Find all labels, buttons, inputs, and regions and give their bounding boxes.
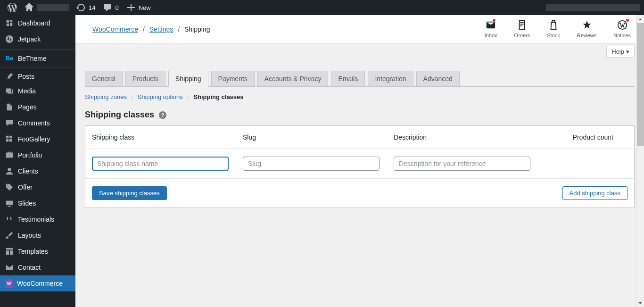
tab-integration[interactable]: Integration <box>368 71 413 86</box>
subnav-zones[interactable]: Shipping zones <box>85 93 127 100</box>
tab-accounts-privacy[interactable]: Accounts & Privacy <box>257 71 329 86</box>
tab-shipping[interactable]: Shipping <box>168 71 208 87</box>
sidebar-item-label: WooCommerce <box>17 280 63 287</box>
media-icon <box>5 86 14 96</box>
tab-payments[interactable]: Payments <box>211 71 255 86</box>
wp-logo[interactable] <box>4 0 21 15</box>
user-menu-redacted[interactable] <box>546 4 640 11</box>
wc-header: WooCommerce / Settings / Shipping Inbox … <box>75 15 644 43</box>
tab-advanced[interactable]: Advanced <box>416 71 460 86</box>
header-orders[interactable]: Orders <box>514 20 530 38</box>
svg-rect-7 <box>8 206 11 207</box>
sidebar-item-jetpack[interactable]: Jetpack <box>0 31 75 47</box>
sidebar-item-testimonials[interactable]: Testimonials <box>0 211 75 227</box>
header-stock[interactable]: Stock <box>547 20 560 38</box>
svg-rect-1 <box>6 136 8 138</box>
header-reviews[interactable]: Reviews <box>577 20 597 38</box>
sidebar-item-contact[interactable]: Contact <box>0 259 75 275</box>
subnav-classes: Shipping classes <box>193 93 243 100</box>
sidebar-item-betheme[interactable]: BeBeTheme <box>0 49 75 65</box>
sidebar-item-dashboard[interactable]: Dashboard <box>0 15 75 31</box>
sidebar-item-slides[interactable]: Slides <box>0 195 75 211</box>
sidebar-item-foogallery[interactable]: FooGallery <box>0 131 75 147</box>
help-toggle[interactable]: Help▾ <box>606 46 635 58</box>
svg-rect-9 <box>6 250 9 255</box>
betheme-icon: Be <box>5 54 14 63</box>
save-shipping-classes-button[interactable]: Save shipping classes <box>92 186 167 200</box>
breadcrumb-settings[interactable]: Settings <box>149 25 173 33</box>
mail-icon <box>5 263 14 272</box>
svg-rect-10 <box>10 250 13 255</box>
briefcase-icon <box>5 150 14 160</box>
sidebar-item-label: Offer <box>18 183 33 191</box>
table-actions-row: Save shipping classes Add shipping class <box>85 179 634 207</box>
comments-count: 0 <box>115 4 118 11</box>
breadcrumb-woocommerce[interactable]: WooCommerce <box>92 25 138 33</box>
new-link[interactable]: New <box>123 0 155 15</box>
svg-rect-2 <box>9 136 12 138</box>
updates-count: 14 <box>89 4 95 11</box>
sidebar-item-label: Clients <box>18 167 38 175</box>
sidebar-item-label: Layouts <box>18 232 41 239</box>
refresh-icon <box>76 3 86 12</box>
sub-navigation: Shipping zones | Shipping options | Ship… <box>85 93 635 100</box>
subnav-options[interactable]: Shipping options <box>138 93 183 100</box>
settings-tabs: General Products Shipping Payments Accou… <box>85 71 635 87</box>
page-icon <box>5 102 14 112</box>
quote-icon <box>5 215 14 224</box>
notification-dot <box>493 19 495 22</box>
shipping-classes-table: Shipping class Slug Description Product … <box>85 125 635 208</box>
shipping-class-name-input[interactable] <box>92 157 229 171</box>
sidebar-item-label: Posts <box>18 73 34 80</box>
col-header-desc: Description <box>394 133 561 141</box>
wordpress-icon <box>8 3 17 12</box>
gallery-icon <box>5 134 14 144</box>
help-tooltip-icon[interactable]: ? <box>159 111 166 119</box>
sidebar-item-comments[interactable]: Comments <box>0 115 75 131</box>
scroll-down-button[interactable] <box>636 299 644 307</box>
sidebar-item-media[interactable]: Media <box>0 83 75 99</box>
user-icon <box>5 166 14 176</box>
svg-point-0 <box>6 35 13 43</box>
slides-icon <box>5 199 14 208</box>
site-name-redacted <box>37 4 69 11</box>
sidebar-item-clients[interactable]: Clients <box>0 163 75 179</box>
sidebar-item-label: Media <box>18 87 36 95</box>
header-inbox[interactable]: Inbox <box>485 20 497 38</box>
shipping-class-slug-input[interactable] <box>243 157 380 171</box>
main-content: WooCommerce / Settings / Shipping Inbox … <box>75 15 644 307</box>
breadcrumb: WooCommerce / Settings / Shipping <box>92 25 210 33</box>
scrollbar-thumb[interactable] <box>637 23 644 146</box>
sidebar-item-pages[interactable]: Pages <box>0 99 75 115</box>
header-notices[interactable]: Notices <box>613 20 631 38</box>
stock-icon <box>548 20 559 30</box>
sidebar-item-templates[interactable]: Templates <box>0 243 75 259</box>
scroll-up-button[interactable] <box>636 15 644 23</box>
sidebar-item-layouts[interactable]: Layouts <box>0 227 75 243</box>
sidebar-item-label: Jetpack <box>18 35 41 43</box>
sidebar-item-offer[interactable]: Offer <box>0 179 75 195</box>
sidebar-item-portfolio[interactable]: Portfolio <box>0 147 75 163</box>
chat-icon <box>5 118 14 128</box>
comments-link[interactable]: 0 <box>99 0 122 15</box>
tab-emails[interactable]: Emails <box>331 71 365 86</box>
shipping-class-desc-input[interactable] <box>394 157 530 171</box>
pin-icon <box>5 72 14 81</box>
tab-products[interactable]: Products <box>125 71 165 86</box>
vertical-scrollbar[interactable] <box>636 15 644 307</box>
page-title: Shipping classes ? <box>85 110 635 120</box>
svg-point-5 <box>8 168 11 171</box>
home-link[interactable] <box>21 0 73 15</box>
add-shipping-class-button[interactable]: Add shipping class <box>562 186 627 200</box>
updates-link[interactable]: 14 <box>73 0 99 15</box>
sidebar-item-woocommerce[interactable]: WWooCommerce <box>0 275 75 291</box>
sidebar-item-label: Dashboard <box>18 19 50 27</box>
chevron-up-icon <box>638 17 643 22</box>
sidebar-item-label: Contact <box>18 264 41 271</box>
sidebar-item-posts[interactable]: Posts <box>0 67 75 83</box>
woocommerce-icon: W <box>5 279 13 288</box>
tab-general[interactable]: General <box>85 71 123 86</box>
breadcrumb-current: Shipping <box>184 25 210 33</box>
sidebar-item-label: Pages <box>18 103 37 111</box>
svg-rect-8 <box>6 248 13 250</box>
